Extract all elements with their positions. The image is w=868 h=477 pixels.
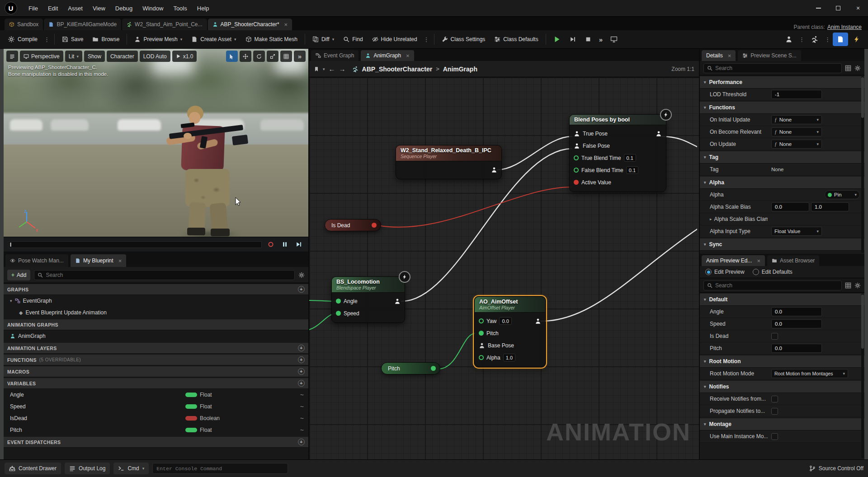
true-blend-time-input[interactable]: 0.1 (624, 154, 636, 162)
rotate-tool-button[interactable] (253, 51, 265, 62)
section-macros[interactable]: MACROS + (4, 366, 308, 377)
variable-row-pitch[interactable]: Pitch Float ~ (4, 424, 308, 436)
anim-preview-scrollbar[interactable] (861, 294, 864, 458)
instance-editable-icon[interactable]: ~ (300, 403, 304, 410)
bool-input-pin[interactable] (574, 180, 579, 185)
float-input-pin[interactable] (336, 299, 341, 304)
breadcrumb-current[interactable]: AnimGraph (443, 65, 477, 73)
tab-sandbox[interactable]: Sandbox (5, 19, 43, 30)
node-aimoffset-player[interactable]: AO_AimOffset AimOffset Player Yaw 0.0 (474, 296, 546, 367)
pose-output-pin[interactable] (656, 131, 662, 137)
on-initial-update-dropdown[interactable]: ƒ None ▾ (771, 115, 822, 124)
details-settings-button[interactable] (854, 65, 861, 71)
possess-button[interactable] (606, 33, 622, 46)
menu-asset[interactable]: Asset (63, 0, 88, 17)
add-graph-icon[interactable]: + (298, 286, 305, 293)
compile-options-icon[interactable]: ⋮ (42, 36, 51, 43)
play-button[interactable] (549, 33, 565, 46)
float-input-pin[interactable] (574, 168, 579, 173)
section-performance[interactable]: ▾ Performance (700, 76, 864, 89)
float-input-pin[interactable] (574, 155, 579, 160)
list-item-animgraph[interactable]: AnimGraph (4, 330, 308, 342)
save-button[interactable]: Save (58, 33, 87, 46)
pause-button[interactable] (280, 239, 290, 249)
anim-preview-search-input[interactable] (715, 282, 838, 289)
add-layer-icon[interactable]: + (298, 345, 305, 351)
yaw-input[interactable]: 0.0 (499, 317, 511, 325)
preview-viewport[interactable]: Perspective Lit ▾ Show Character LOD Aut… (4, 49, 308, 252)
pose-watch-badge[interactable] (660, 109, 672, 121)
alpha-scale-bias-max-input[interactable]: 1.0 (811, 202, 849, 211)
alpha-pin-dropdown[interactable]: Pin ▾ (825, 190, 860, 199)
section-notifies[interactable]: ▾ Notifies (700, 381, 864, 393)
pose-input-pin[interactable] (574, 131, 580, 137)
close-tab-icon[interactable]: × (728, 52, 731, 59)
section-graphs[interactable]: GRAPHS + (4, 284, 308, 295)
node-blendspace-player[interactable]: BS_Locomotion Blendspace Player Angle S (331, 276, 405, 323)
anim-preview-settings-button[interactable] (854, 282, 861, 289)
expander-icon[interactable]: ▾ (10, 299, 12, 303)
instance-editable-icon[interactable]: ~ (300, 391, 304, 398)
pose-input-pin[interactable] (574, 143, 580, 149)
instance-editable-icon[interactable]: ~ (300, 415, 304, 422)
playback-speed-button[interactable]: x1.0 (172, 51, 197, 62)
nav-forward-icon[interactable]: → (339, 65, 346, 72)
section-event-dispatchers[interactable]: EVENT DISPATCHERS + (4, 437, 308, 448)
receive-notifies-checkbox[interactable] (771, 396, 778, 402)
menu-tools[interactable]: Tools (168, 0, 192, 17)
float-output-pin[interactable] (431, 366, 436, 371)
chevron-right-icon[interactable]: ▸ (710, 217, 712, 221)
speed-input[interactable]: 0.0 (771, 319, 822, 328)
scrollbar-thumb[interactable] (861, 77, 864, 118)
float-input-pin[interactable] (479, 355, 484, 360)
menu-help[interactable]: Help (192, 0, 214, 17)
physics-shortcut-button[interactable] (849, 33, 864, 46)
node-variable-is-dead[interactable]: Is Dead (325, 219, 381, 231)
step-forward-button[interactable] (294, 239, 304, 249)
animation-options-icon[interactable]: ⋮ (823, 36, 832, 43)
section-functions[interactable]: FUNCTIONS (5 OVERRIDABLE) + (4, 355, 308, 365)
browse-button[interactable]: Browse (88, 33, 123, 46)
variable-row-angle[interactable]: Angle Float ~ (4, 389, 308, 401)
viewport-options-button[interactable] (6, 51, 18, 62)
list-item-eventgraph[interactable]: ▾ EventGraph (4, 295, 308, 307)
make-static-mesh-button[interactable]: Make Static Mesh (241, 33, 302, 46)
console-command-field[interactable] (152, 463, 288, 474)
find-button[interactable]: Find (339, 33, 367, 46)
node-variable-pitch[interactable]: Pitch (381, 362, 440, 374)
radio-edit-defaults[interactable]: Edit Defaults (753, 269, 793, 275)
tab-anim-preview-editor[interactable]: Anim Preview Ed... × (702, 255, 765, 266)
viewport-toolbar-overflow-button[interactable]: » (294, 51, 306, 62)
create-asset-button[interactable]: Create Asset ▾ (187, 33, 240, 46)
false-blend-time-input[interactable]: 0.1 (626, 166, 638, 174)
my-blueprint-search[interactable] (34, 270, 295, 280)
close-tab-icon[interactable]: × (118, 257, 122, 264)
tab-preview-scene-settings[interactable]: Preview Scene S... (738, 50, 801, 61)
anim-preview-search[interactable] (703, 281, 842, 290)
lod-threshold-input[interactable]: -1 (771, 90, 822, 99)
tab-my-blueprint[interactable]: My Blueprint × (71, 254, 126, 267)
float-input-pin[interactable] (479, 318, 484, 323)
class-settings-button[interactable]: Class Settings (438, 33, 490, 46)
pose-output-pin[interactable] (394, 298, 401, 304)
bool-output-pin[interactable] (372, 223, 377, 228)
tab-anim-graph[interactable]: AnimGraph × (361, 50, 414, 61)
radio-edit-preview[interactable]: Edit Preview (705, 269, 745, 275)
add-macro-icon[interactable]: + (298, 368, 305, 375)
tab-pose-watch-manager[interactable]: Pose Watch Man... (5, 254, 68, 267)
breadcrumb-root[interactable]: ABP_ShooterCharacter (362, 65, 433, 73)
details-scrollbar[interactable] (861, 76, 864, 253)
scrubber-handle[interactable] (10, 243, 11, 247)
tab-abp-shootercharacter[interactable]: ABP_ShooterCharacter* × (208, 19, 292, 30)
frame-skip-button[interactable] (566, 33, 580, 46)
close-tab-icon[interactable]: × (757, 257, 760, 264)
pose-output-pin[interactable] (535, 318, 541, 324)
on-become-relevant-dropdown[interactable]: ƒ None ▾ (771, 127, 822, 136)
search-input[interactable] (46, 272, 291, 278)
cmd-button[interactable]: Cmd ▾ (113, 463, 149, 474)
tab-asset-browser[interactable]: Asset Browser (767, 255, 819, 266)
section-animation-graphs[interactable]: ANIMATION GRAPHS (4, 319, 308, 330)
show-button[interactable]: Show (84, 51, 105, 62)
section-tag[interactable]: ▾ Tag (700, 151, 864, 164)
menu-window[interactable]: Window (137, 0, 168, 17)
